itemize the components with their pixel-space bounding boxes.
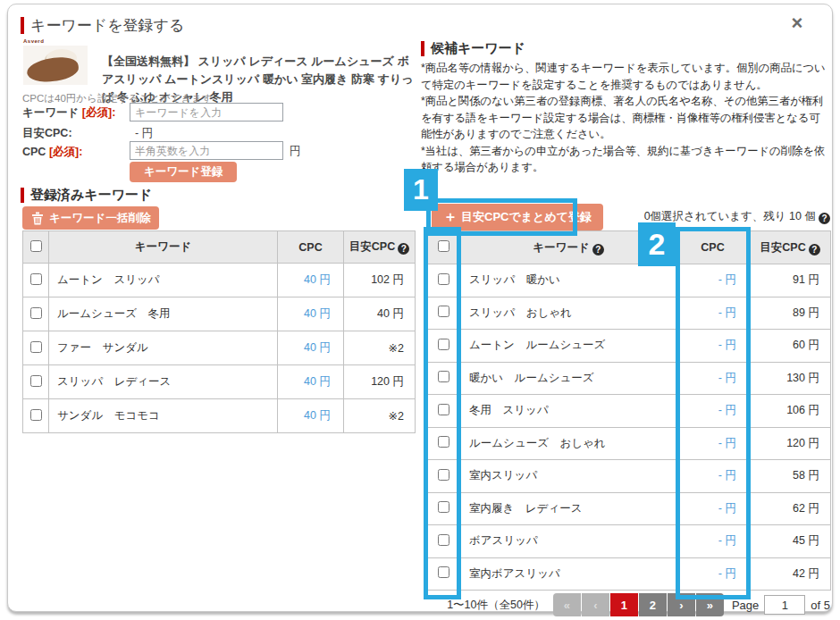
row-checkbox-cell [427,362,461,395]
select-all-checkbox-cell [427,231,461,264]
plus-icon: ＋ [443,208,458,227]
keyword-input[interactable] [130,103,283,121]
accent-bar [21,17,24,34]
bulk-delete-button[interactable]: キーワード一括削除 [22,206,159,230]
row-checkbox[interactable] [438,501,449,513]
meyasu-cpc-cell: 89 円 [750,297,831,330]
row-checkbox-cell [427,525,461,558]
meyasu-cpc-cell: 120 円 [344,365,416,399]
cpc-value-link[interactable]: - 円 [718,469,736,482]
row-checkbox[interactable] [438,566,449,578]
row-checkbox-cell [427,297,461,330]
row-checkbox[interactable] [438,469,449,481]
cpc-value-link[interactable]: - 円 [718,372,736,384]
keyword-cell: ルームシューズ おしゃれ [461,427,676,460]
cpc-value-link[interactable]: - 円 [718,306,736,319]
cpc-value-link[interactable]: - 円 [718,437,736,449]
meyasu-cpc-cell: ※2 [344,331,416,365]
cpc-value-link[interactable]: - 円 [718,339,736,351]
meyasu-cpc-cell: 45 円 [750,525,831,558]
row-checkbox[interactable] [438,371,449,382]
pager-page-2[interactable]: 2 [639,593,667,616]
cpc-cell: 40 円 [278,264,344,297]
table-row: 冬用 スリッパ- 円106 円 [427,395,831,428]
cpc-value-link[interactable]: 40 円 [304,273,331,286]
pager-next[interactable]: › [668,593,695,616]
table-row: スリッパ おしゃれ- 円89 円 [427,297,831,330]
cpc-cell: - 円 [676,427,750,460]
help-icon[interactable]: ? [592,244,604,256]
row-checkbox[interactable] [30,273,42,285]
table-row: ボアスリッパ- 円45 円 [427,525,831,558]
row-checkbox-cell [427,330,461,363]
meyasu-cpc-column-header: 目安CPC? [344,231,416,264]
cpc-value-link[interactable]: 40 円 [304,375,331,388]
row-checkbox[interactable] [30,375,42,387]
help-icon[interactable]: ? [819,213,830,224]
keyword-register-dialog: × キーワードを登録する Asverd 【全国送料無料】 スリッパ レディース … [7,4,833,612]
table-row: スリッパ 暖かい- 円91 円 [427,264,831,297]
row-checkbox[interactable] [438,306,449,317]
meyasu-cpc-cell: ※2 [344,399,416,433]
cpc-value-link[interactable]: - 円 [718,502,736,515]
cpc-value-link[interactable]: - 円 [718,404,736,416]
page-number-input[interactable] [764,595,805,615]
row-checkbox[interactable] [30,409,42,421]
row-checkbox[interactable] [438,436,449,448]
registered-keywords-heading: 登録済みキーワード [21,187,152,204]
table-row: 室内履き レディース- 円62 円 [427,492,831,525]
row-checkbox[interactable] [438,404,449,415]
row-checkbox[interactable] [30,307,42,319]
meyasu-cpc-cell: 42 円 [750,557,831,591]
close-icon[interactable]: × [785,12,809,35]
keyword-column-header: キーワード? [461,231,676,264]
row-checkbox-cell [427,557,461,591]
keyword-register-button[interactable]: キーワード登録 [130,162,237,182]
cpc-value-link[interactable]: - 円 [718,567,736,580]
table-row: ムートン スリッパ40 円102 円 [23,264,416,297]
pager-first[interactable]: « [553,593,581,616]
cpc-cell: 40 円 [278,365,344,399]
select-all-checkbox[interactable] [30,240,42,252]
cpc-value-link[interactable]: 40 円 [304,307,331,320]
select-all-checkbox[interactable] [438,240,449,252]
cpc-input[interactable] [130,141,283,160]
meyasu-cpc-cell: 62 円 [750,492,831,525]
row-checkbox[interactable] [438,339,449,350]
pager-prev[interactable]: ‹ [582,593,609,616]
pager: «‹12›» [553,593,724,616]
cpc-value-link[interactable]: - 円 [718,273,736,286]
help-icon[interactable]: ? [398,243,409,255]
help-icon[interactable]: ? [809,244,820,256]
keyword-cell: ファー サンダル [49,331,278,365]
selection-status: 0個選択されています、残り 10 個? [571,209,830,224]
meyasu-cpc-cell: 60 円 [750,330,831,363]
page-label: Page [732,599,759,612]
keyword-cell: ルームシューズ 冬用 [49,297,278,331]
row-checkbox-cell [23,264,49,297]
meyasu-cpc-cell: 130 円 [750,362,831,395]
row-checkbox-cell [427,264,461,297]
trash-icon [31,212,44,225]
cpc-value-link[interactable]: 40 円 [304,409,331,422]
cpc-cell: - 円 [676,362,750,395]
slipper-image [23,46,88,85]
table-row: ルームシューズ おしゃれ- 円120 円 [427,427,831,460]
cpc-value-link[interactable]: 40 円 [304,341,331,354]
pager-last[interactable]: » [696,593,724,616]
row-checkbox-cell [427,492,461,525]
candidate-keywords-table: キーワード? CPC 目安CPC? スリッパ 暖かい- 円91 円スリッパ おし… [426,230,831,591]
pager-page-1[interactable]: 1 [610,593,638,616]
row-checkbox[interactable] [30,341,42,353]
row-checkbox[interactable] [438,534,449,546]
keyword-field-label: キーワード [必須]: [22,105,115,121]
page-of-label: of 5 [811,599,830,612]
keyword-cell: サンダル モコモコ [49,399,278,433]
registered-keywords-table: キーワード CPC 目安CPC? ムートン スリッパ40 円102 円ルームシュ… [22,230,416,433]
cpc-value-link[interactable]: - 円 [718,534,736,547]
cpc-column-header: CPC [278,231,344,264]
row-checkbox[interactable] [438,273,449,285]
meyasu-cpc-cell: 91 円 [750,264,831,297]
keyword-cell: 室内ボアスリッパ [461,557,676,591]
pagination-bar: 1〜10件（全50件） «‹12›» Page of 5 [421,593,830,616]
